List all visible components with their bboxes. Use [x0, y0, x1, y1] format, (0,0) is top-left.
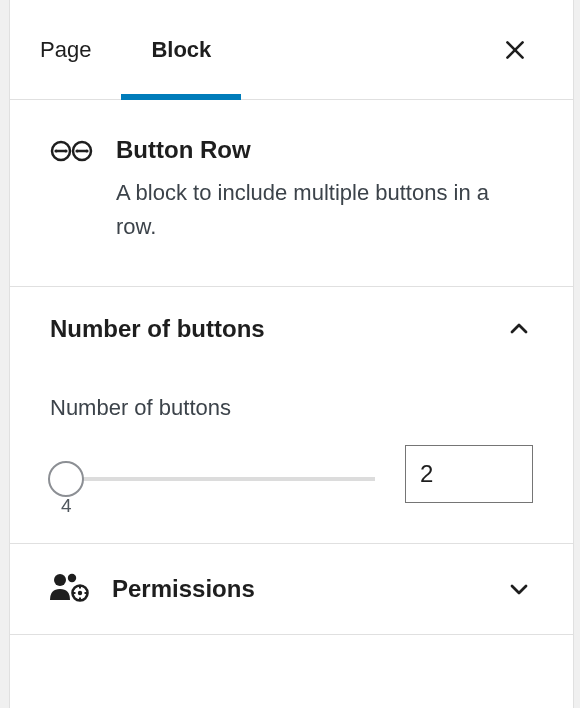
- block-description-area: Button Row A block to include multiple b…: [10, 100, 573, 287]
- close-button[interactable]: [491, 26, 539, 74]
- svg-rect-16: [73, 592, 76, 594]
- slider-tick-label: 4: [61, 495, 72, 517]
- block-title: Button Row: [116, 136, 533, 164]
- svg-rect-14: [79, 586, 81, 589]
- svg-rect-17: [85, 592, 88, 594]
- permissions-icon: [50, 572, 90, 606]
- svg-point-4: [54, 149, 57, 152]
- slider-row: 4: [50, 445, 533, 503]
- tab-page-label: Page: [40, 37, 91, 63]
- svg-rect-15: [79, 598, 81, 601]
- settings-tabs: Page Block: [10, 0, 573, 100]
- section-header-number-of-buttons[interactable]: Number of buttons: [10, 287, 573, 371]
- tab-page[interactable]: Page: [10, 0, 121, 99]
- svg-point-5: [64, 149, 67, 152]
- svg-point-8: [75, 149, 78, 152]
- block-settings-panel: Page Block: [9, 0, 574, 708]
- number-of-buttons-input[interactable]: [405, 445, 533, 503]
- section-number-of-buttons: Number of buttons Number of buttons 4: [10, 287, 573, 544]
- section-permissions: Permissions: [10, 544, 573, 635]
- tab-block[interactable]: Block: [121, 0, 241, 99]
- close-icon: [502, 37, 528, 63]
- chevron-down-icon: [505, 575, 533, 603]
- section-header-permissions[interactable]: Permissions: [10, 544, 573, 634]
- svg-point-13: [78, 591, 82, 595]
- block-description-text: Button Row A block to include multiple b…: [116, 136, 533, 244]
- tab-block-label: Block: [151, 37, 211, 63]
- slider-number-of-buttons[interactable]: 4: [50, 467, 375, 481]
- section-title-permissions: Permissions: [112, 575, 255, 603]
- svg-point-11: [68, 574, 76, 582]
- section-title-number-of-buttons: Number of buttons: [50, 315, 265, 343]
- svg-point-9: [85, 149, 88, 152]
- field-label-number-of-buttons: Number of buttons: [50, 395, 533, 421]
- button-row-icon: [50, 139, 94, 244]
- slider-thumb[interactable]: [48, 461, 84, 497]
- svg-point-10: [54, 574, 66, 586]
- chevron-up-icon: [505, 315, 533, 343]
- slider-track: [50, 477, 375, 481]
- block-description: A block to include multiple buttons in a…: [116, 176, 533, 244]
- section-body-number-of-buttons: Number of buttons 4: [10, 395, 573, 543]
